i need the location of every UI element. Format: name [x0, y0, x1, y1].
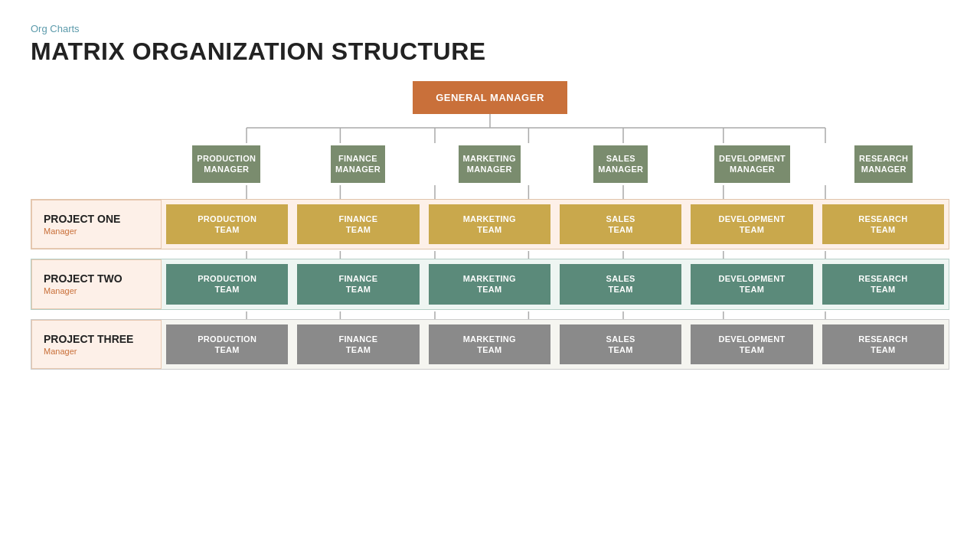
project-one-row: PROJECT ONE Manager PRODUCTIONTEAM FINAN… [31, 199, 949, 250]
p1-finance-box: FINANCETEAM [297, 204, 419, 245]
project-rows: PROJECT ONE Manager PRODUCTIONTEAM FINAN… [31, 199, 949, 372]
project-two-name: PROJECT TWO [44, 272, 122, 285]
p3-marketing-cell: MARKETINGTEAM [424, 320, 555, 370]
p1-development-cell: DEVELOPMENTTEAM [686, 200, 817, 249]
project-one-name: PROJECT ONE [44, 213, 120, 225]
p2-marketing-cell: MARKETINGTEAM [424, 259, 555, 309]
p2-production-cell: PRODUCTIONTEAM [162, 259, 292, 309]
p2-sales-box: SALESTEAM [560, 264, 681, 305]
project-three-name: PROJECT THREE [44, 333, 133, 345]
p1-marketing-box: MARKETINGTEAM [429, 204, 550, 245]
row2-svg [31, 311, 949, 319]
p2-finance-cell: FINANCETEAM [292, 259, 423, 309]
development-manager-box: DEVELOPMENTMANAGER [714, 145, 790, 183]
project-three-manager: Manager [44, 347, 77, 356]
p3-sales-box: SALESTEAM [560, 324, 681, 365]
page: Org Charts MATRIX ORGANIZATION STRUCTURE… [0, 0, 980, 551]
p2-development-box: DEVELOPMENTTEAM [691, 264, 812, 305]
row1-svg [31, 251, 949, 259]
marketing-manager-cell: MARKETINGMANAGER [423, 143, 555, 185]
p3-development-cell: DEVELOPMENTTEAM [686, 320, 817, 370]
p1-production-cell: PRODUCTIONTEAM [162, 200, 292, 249]
p3-finance-cell: FINANCETEAM [292, 320, 423, 370]
p2-research-box: RESEARCHTEAM [822, 264, 944, 305]
production-manager-box: PRODUCTIONMANAGER [192, 145, 260, 183]
row2-connectors [31, 311, 949, 319]
development-manager-cell: DEVELOPMENTMANAGER [687, 143, 818, 185]
connector-svg [31, 114, 949, 143]
project-two-row: PROJECT TWO Manager PRODUCTIONTEAM FINAN… [31, 259, 949, 310]
production-manager-cell: PRODUCTIONMANAGER [161, 143, 292, 185]
p3-production-cell: PRODUCTIONTEAM [162, 320, 292, 370]
row1-connectors [31, 251, 949, 259]
p1-research-cell: RESEARCHTEAM [818, 200, 949, 249]
gm-connectors [31, 114, 949, 143]
p1-sales-cell: SALESTEAM [555, 200, 686, 249]
p3-production-box: PRODUCTIONTEAM [166, 324, 288, 365]
p2-marketing-box: MARKETINGTEAM [429, 264, 550, 305]
p1-research-box: RESEARCHTEAM [822, 204, 944, 245]
p1-production-box: PRODUCTIONTEAM [166, 204, 288, 245]
project-three-label: PROJECT THREE Manager [31, 320, 162, 370]
p3-sales-cell: SALESTEAM [555, 320, 686, 370]
sales-manager-box: SALESMANAGER [593, 145, 648, 183]
org-chart: GENERAL MANAGER [31, 81, 949, 371]
p2-development-cell: DEVELOPMENTTEAM [686, 259, 817, 309]
project-one-label: PROJECT ONE Manager [31, 200, 162, 249]
mgr-connector-svg [31, 185, 949, 199]
manager-row: PRODUCTIONMANAGER FINANCEMANAGER MARKETI… [31, 143, 949, 185]
p3-development-box: DEVELOPMENTTEAM [691, 324, 812, 365]
p3-marketing-box: MARKETINGTEAM [429, 324, 550, 365]
p2-finance-box: FINANCETEAM [297, 264, 419, 305]
p3-finance-box: FINANCETEAM [297, 324, 419, 365]
p2-research-cell: RESEARCHTEAM [818, 259, 949, 309]
research-manager-cell: RESEARCHMANAGER [818, 143, 949, 185]
project-two-manager: Manager [44, 286, 77, 295]
manager-empty-cell [31, 143, 161, 185]
project-two-label: PROJECT TWO Manager [31, 259, 162, 309]
p2-production-box: PRODUCTIONTEAM [166, 264, 288, 305]
project-one-manager: Manager [44, 227, 77, 236]
finance-manager-cell: FINANCEMANAGER [292, 143, 424, 185]
p1-marketing-cell: MARKETINGTEAM [424, 200, 555, 249]
p3-research-cell: RESEARCHTEAM [818, 320, 949, 370]
subtitle: Org Charts [31, 23, 949, 34]
p3-research-box: RESEARCHTEAM [822, 324, 944, 365]
general-manager-box: GENERAL MANAGER [413, 81, 567, 114]
p1-sales-box: SALESTEAM [560, 204, 681, 245]
sales-manager-cell: SALESMANAGER [555, 143, 687, 185]
p1-finance-cell: FINANCETEAM [292, 200, 423, 249]
research-manager-box: RESEARCHMANAGER [854, 145, 913, 183]
p1-development-box: DEVELOPMENTTEAM [691, 204, 812, 245]
p2-sales-cell: SALESTEAM [555, 259, 686, 309]
marketing-manager-box: MARKETINGMANAGER [459, 145, 521, 183]
gm-row: GENERAL MANAGER [31, 81, 949, 114]
finance-manager-box: FINANCEMANAGER [331, 145, 385, 183]
project-three-row: PROJECT THREE Manager PRODUCTIONTEAM FIN… [31, 319, 949, 370]
page-title: MATRIX ORGANIZATION STRUCTURE [31, 37, 949, 66]
mgr-connectors [31, 185, 949, 199]
